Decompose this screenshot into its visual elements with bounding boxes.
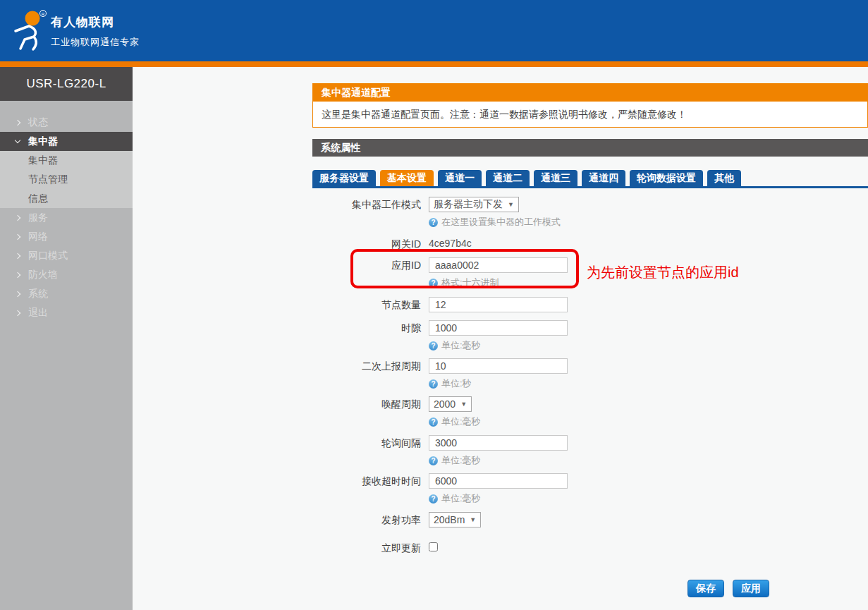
field-label-polling-interval: 轮询间隔 <box>312 435 421 467</box>
help-icon: ? <box>429 456 438 465</box>
help-line: ?单位:毫秒 <box>429 454 568 467</box>
polling-interval-input[interactable] <box>429 435 568 451</box>
tab-polling-data[interactable]: 轮询数据设置 <box>630 170 703 186</box>
sidebar: USR-LG220-L 状态集中器集中器节点管理信息服务网络网口模式防火墙系统退… <box>0 67 133 610</box>
form-row-second-report-cycle: 二次上报周期?单位:秒 <box>312 358 868 390</box>
help-icon: ? <box>429 341 438 350</box>
field-label-app-id: 应用ID <box>312 257 421 289</box>
form-row-tx-power: 发射功率20dBm▼ <box>312 512 868 527</box>
notice-title: 集中器通道配置 <box>313 84 867 102</box>
app-header: R 有人物联网 工业物联网通信专家 <box>0 0 868 61</box>
field-control-second-report-cycle: ?单位:秒 <box>429 358 568 390</box>
tab-channel-3[interactable]: 通道三 <box>534 170 577 186</box>
tab-channel-2[interactable]: 通道二 <box>486 170 530 186</box>
receive-timeout-input[interactable] <box>429 473 568 489</box>
tab-server-settings[interactable]: 服务器设置 <box>312 170 376 186</box>
form-row-work-mode: 集中器工作模式服务器主动下发▼?在这里设置集中器的工作模式 <box>312 197 868 228</box>
field-label-tx-power: 发射功率 <box>312 512 421 527</box>
help-text: 单位:毫秒 <box>441 492 481 505</box>
field-label-node-count: 节点数量 <box>312 297 421 312</box>
chevron-right-icon <box>15 310 20 315</box>
notice-panel: 集中器通道配置 这里是集中器通道配置页面。注意：通道一数据请参照说明书修改，严禁… <box>312 83 868 128</box>
form-row-polling-interval: 轮询间隔?单位:毫秒 <box>312 435 868 467</box>
field-label-work-mode: 集中器工作模式 <box>312 197 421 228</box>
help-icon: ? <box>429 279 438 288</box>
page: R 有人物联网 工业物联网通信专家 USR-LG220-L 状态集中器集中器节点… <box>0 0 868 610</box>
sidebar-item-network[interactable]: 网络 <box>0 227 133 246</box>
field-control-app-id: ?格式:十六进制 <box>429 257 568 289</box>
brand-block: 有人物联网 工业物联网通信专家 <box>51 14 140 49</box>
field-label-wake-cycle: 唤醒周期 <box>312 396 421 428</box>
help-line: ?单位:毫秒 <box>429 492 568 505</box>
brand-logo-person-icon: R <box>8 8 49 54</box>
chevron-right-icon <box>15 252 20 258</box>
action-bar: 保存 应用 <box>679 580 769 597</box>
sidebar-item-concentrator[interactable]: 集中器 <box>0 132 133 151</box>
wake-cycle-select[interactable]: 2000▼ <box>429 396 472 412</box>
header-accent-strip <box>0 61 868 67</box>
help-text: 格式:十六进制 <box>441 276 499 289</box>
help-text: 单位:秒 <box>441 377 472 390</box>
form-row-wake-cycle: 唤醒周期2000▼?单位:毫秒 <box>312 396 868 428</box>
field-label-second-report-cycle: 二次上报周期 <box>312 358 421 390</box>
help-icon: ? <box>429 417 438 427</box>
tab-other[interactable]: 其他 <box>707 170 741 186</box>
dropdown-arrow-icon: ▼ <box>470 516 476 523</box>
form-row-app-id: 应用ID?格式:十六进制为先前设置节点的应用id <box>312 257 868 289</box>
help-icon: ? <box>429 494 438 504</box>
field-control-node-count <box>429 297 568 312</box>
field-control-polling-interval: ?单位:毫秒 <box>429 435 568 467</box>
tab-basic-settings[interactable]: 基本设置 <box>380 170 434 186</box>
help-line: ?单位:毫秒 <box>429 415 481 428</box>
sidebar-item-info[interactable]: 信息 <box>0 189 133 208</box>
apply-button[interactable]: 应用 <box>733 580 769 597</box>
form-row-gateway-id: 网关ID4ce97b4c <box>312 236 868 251</box>
tab-channel-1[interactable]: 通道一 <box>438 170 482 186</box>
sidebar-item-status[interactable]: 状态 <box>0 113 133 132</box>
sidebar-item-label: 节点管理 <box>28 173 68 186</box>
sidebar-item-label: 系统 <box>28 288 48 300</box>
chevron-right-icon <box>15 272 20 277</box>
help-line: ?单位:秒 <box>429 377 568 390</box>
second-report-cycle-input[interactable] <box>429 358 568 374</box>
chevron-right-icon <box>15 291 20 296</box>
sidebar-item-system[interactable]: 系统 <box>0 284 133 303</box>
sidebar-item-service[interactable]: 服务 <box>0 208 133 227</box>
field-control-gateway-id: 4ce97b4c <box>429 236 472 251</box>
field-control-receive-timeout: ?单位:毫秒 <box>429 473 568 505</box>
chevron-right-icon <box>15 233 20 239</box>
sidebar-item-node-management[interactable]: 节点管理 <box>0 170 133 189</box>
sidebar-item-label: 网口模式 <box>28 250 68 262</box>
node-count-input[interactable] <box>429 297 568 312</box>
field-control-wake-cycle: 2000▼?单位:毫秒 <box>429 396 481 428</box>
sidebar-item-port-mode[interactable]: 网口模式 <box>0 246 133 265</box>
dropdown-arrow-icon: ▼ <box>460 401 467 408</box>
sidebar-item-concentrator-sub[interactable]: 集中器 <box>0 151 133 170</box>
save-button[interactable]: 保存 <box>687 580 724 597</box>
sidebar-item-firewall[interactable]: 防火墙 <box>0 265 133 284</box>
sidebar-item-label: 服务 <box>28 212 48 224</box>
sidebar-item-label: 信息 <box>28 193 48 205</box>
selected-value: 2000 <box>434 398 456 410</box>
selected-value: 20dBm <box>434 514 465 525</box>
tab-channel-4[interactable]: 通道四 <box>582 170 625 186</box>
chevron-right-icon <box>15 214 20 220</box>
update-now-checkbox[interactable] <box>429 542 438 551</box>
tx-power-select[interactable]: 20dBm▼ <box>429 512 481 527</box>
chevron-down-icon <box>15 138 20 143</box>
sidebar-item-label: 防火墙 <box>28 269 58 281</box>
sidebar-item-logout[interactable]: 退出 <box>0 303 133 322</box>
app-id-input[interactable] <box>429 257 568 273</box>
help-line: ?格式:十六进制 <box>429 276 568 289</box>
sidebar-item-label: 状态 <box>28 116 48 129</box>
sidebar-nav: 状态集中器集中器节点管理信息服务网络网口模式防火墙系统退出 <box>0 101 133 322</box>
help-icon: ? <box>429 379 438 389</box>
form-row-update-now: 立即更新 <box>312 540 868 555</box>
help-text: 在这里设置集中器的工作模式 <box>441 216 561 228</box>
help-line: ?在这里设置集中器的工作模式 <box>429 216 561 228</box>
work-mode-select[interactable]: 服务器主动下发▼ <box>429 197 519 212</box>
time-slot-input[interactable] <box>429 320 568 336</box>
help-text: 单位:毫秒 <box>441 415 481 428</box>
brand-title: 有人物联网 <box>51 14 140 30</box>
tab-bar: 服务器设置基本设置通道一通道二通道三通道四轮询数据设置其他 <box>312 170 868 186</box>
